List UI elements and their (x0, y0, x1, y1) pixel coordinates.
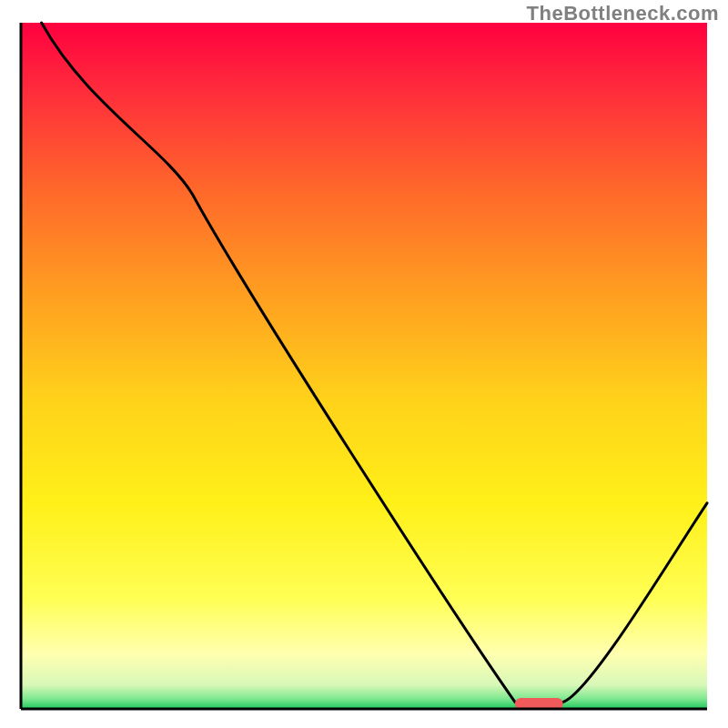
bottleneck-chart: TheBottleneck.com (0, 0, 728, 728)
plot-background (21, 23, 707, 709)
watermark-text: TheBottleneck.com (527, 2, 719, 25)
chart-svg (0, 0, 728, 728)
